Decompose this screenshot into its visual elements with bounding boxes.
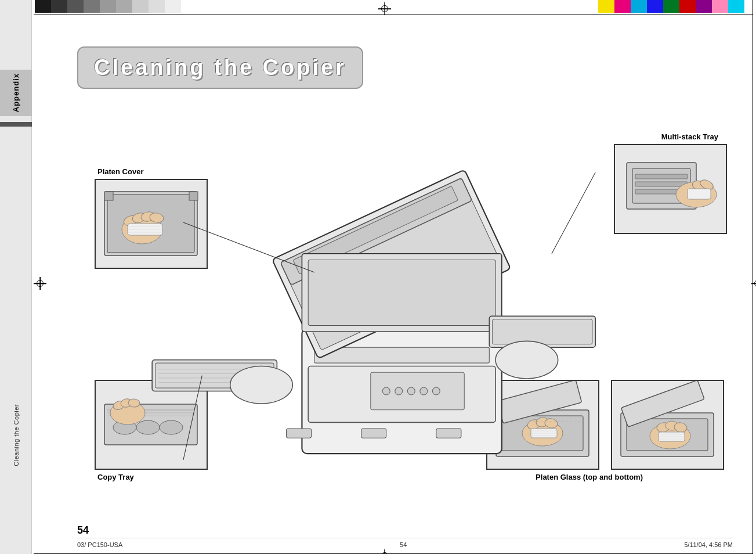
swatch-cyan (631, 0, 647, 13)
svg-rect-89 (436, 429, 461, 438)
svg-line-85 (552, 172, 595, 254)
svg-point-67 (420, 387, 428, 395)
swatch-1 (35, 0, 51, 13)
footer-right-text: 5/11/04, 4:56 PM (684, 541, 733, 548)
page-number: 54 (77, 524, 89, 537)
footer-center-text: 54 (400, 541, 407, 548)
swatch-6 (116, 0, 132, 13)
sidebar-appendix-tab: Appendix (0, 70, 32, 116)
appendix-label: Appendix (12, 73, 20, 112)
footer: 03/ PC150-USA 54 5/11/04, 4:56 PM (77, 538, 733, 548)
cleaning-label: Cleaning the Copier (13, 404, 20, 466)
swatch-red (679, 0, 696, 13)
svg-rect-88 (361, 429, 386, 438)
swatch-9 (165, 0, 181, 13)
svg-rect-87 (287, 429, 312, 438)
title-banner: Cleaning the Copier (77, 46, 363, 89)
svg-point-64 (382, 387, 390, 395)
page-title: Cleaning the Copier (94, 55, 346, 80)
swatch-yellow (598, 0, 614, 13)
svg-rect-69 (314, 347, 489, 363)
main-copier-illustration (77, 116, 733, 541)
swatch-light-cyan (728, 0, 744, 13)
swatch-3 (67, 0, 84, 13)
swatch-pink (712, 0, 728, 13)
svg-rect-75 (308, 260, 495, 326)
left-sidebar: Appendix Cleaning the Copier (0, 0, 32, 554)
swatch-blue (647, 0, 663, 13)
svg-point-91 (495, 341, 558, 379)
svg-rect-83 (493, 319, 592, 344)
svg-line-84 (183, 222, 314, 272)
swatch-8 (149, 0, 165, 13)
sidebar-cleaning-tab: Cleaning the Copier (0, 403, 32, 467)
border-right (753, 0, 753, 554)
svg-point-65 (395, 387, 403, 395)
swatch-7 (132, 0, 149, 13)
border-top (34, 15, 753, 15)
swatch-2 (51, 0, 67, 13)
svg-point-90 (230, 366, 293, 404)
illustration-area: Platen Cover Multi-stack Tray Copy Tray … (77, 116, 733, 508)
svg-point-68 (432, 387, 440, 395)
svg-point-66 (407, 387, 415, 395)
swatch-5 (100, 0, 116, 13)
swatch-green (663, 0, 679, 13)
color-bar-left (35, 0, 181, 13)
footer-left-text: 03/ PC150-USA (77, 541, 122, 548)
swatch-purple (696, 0, 712, 13)
swatch-4 (84, 0, 100, 13)
color-bar-right (598, 0, 744, 13)
swatch-magenta (614, 0, 631, 13)
